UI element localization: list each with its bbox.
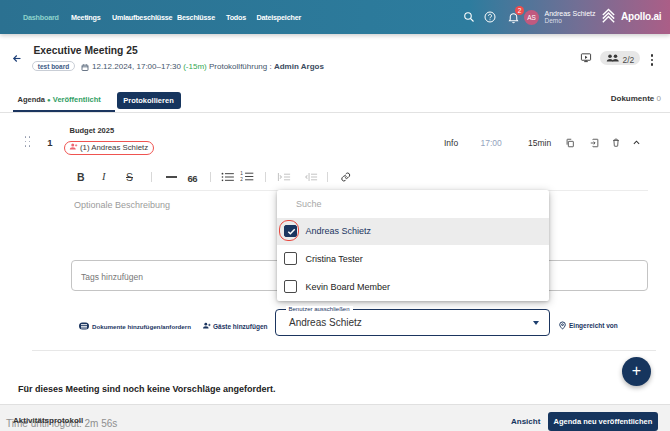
svg-text:1: 1 [240, 171, 243, 176]
svg-text:2: 2 [240, 177, 243, 182]
